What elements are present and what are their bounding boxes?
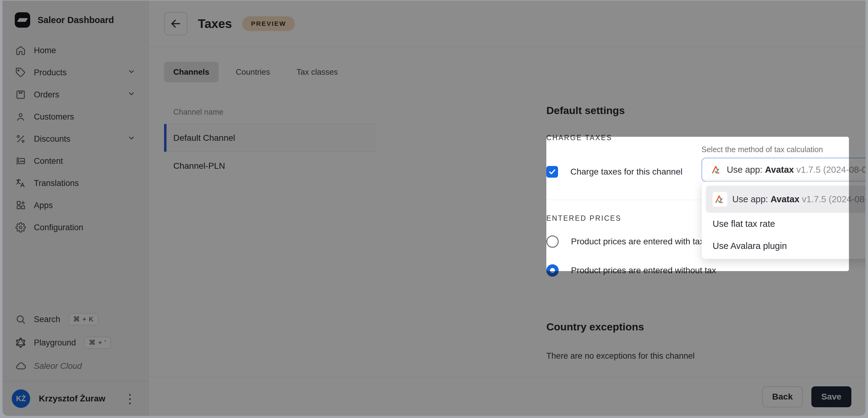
saleor-logo-icon [15, 12, 30, 28]
sidebar-item-label: Content [34, 156, 63, 166]
content-icon [16, 156, 26, 166]
sidebar-item-configuration[interactable]: Configuration [10, 216, 141, 239]
channel-list: Channel name Default Channel Channel-PLN [164, 103, 376, 180]
tab-channels[interactable]: Channels [164, 62, 219, 82]
radio-prices-without-tax-label: Product prices are entered without tax [571, 266, 716, 275]
dropdown-option-avatax[interactable]: Use app: Avatax v1.7.5 (2024-08-05) sale… [706, 186, 866, 213]
graphql-icon [16, 338, 26, 348]
charge-taxes-section-label: CHARGE TAXES [546, 134, 866, 142]
radio-prices-with-tax-label: Product prices are entered with tax [571, 237, 704, 246]
chevron-down-icon[interactable] [127, 134, 135, 144]
sidebar-item-discounts[interactable]: Discounts [10, 128, 141, 150]
exceptions-empty-message: There are no exceptions for this channel [546, 351, 866, 361]
sidebar-item-label: Discounts [34, 134, 70, 144]
sidebar-item-saleor-cloud[interactable]: Saleor Cloud [10, 354, 141, 378]
search-label: Search [34, 315, 60, 324]
sidebar-item-apps[interactable]: Apps [10, 194, 141, 216]
sidebar-item-label: Products [34, 68, 67, 77]
saleor-cloud-label: Saleor Cloud [34, 361, 82, 371]
tag-icon [16, 67, 26, 78]
save-button[interactable]: Save [811, 386, 851, 407]
user-menu[interactable]: KŻ Krzysztof Żuraw ⋮ [2, 381, 148, 416]
playground-shortcut: ⌘ + ' [84, 337, 111, 349]
translations-icon [16, 178, 26, 188]
preview-badge: PREVIEW [242, 16, 294, 31]
channel-column-header: Channel name [164, 103, 376, 124]
footer-bar: Back Save [149, 377, 866, 416]
sidebar-item-products[interactable]: Products [10, 62, 141, 83]
cloud-icon [16, 361, 26, 371]
sidebar-tools: Search ⌘ + K Playground ⌘ + ' Saleor Clo… [2, 308, 148, 381]
sidebar-nav: Home Products Orders Customers Discounts [2, 37, 148, 239]
avatax-icon-chip [713, 192, 727, 207]
channel-row-pln[interactable]: Channel-PLN [164, 152, 376, 180]
dropdown-option-avatax-label: Use app: Avatax v1.7.5 (2024-08-05) [732, 194, 866, 204]
discounts-icon [16, 134, 26, 144]
sidebar-item-label: Translations [34, 179, 79, 188]
avatar: KŻ [12, 389, 30, 408]
tax-method-field: Select the method of tax calculation Use… [702, 145, 866, 184]
sidebar-item-label: Home [34, 46, 56, 55]
sidebar-item-orders[interactable]: Orders [10, 83, 141, 106]
radio-prices-without-tax[interactable] [546, 264, 559, 277]
tab-tax-classes[interactable]: Tax classes [287, 62, 347, 82]
apps-icon [16, 200, 26, 211]
user-name: Krzysztof Żuraw [39, 394, 105, 404]
sidebar-item-label: Apps [34, 201, 53, 210]
sidebar-item-label: Customers [34, 112, 74, 122]
tax-method-dropdown: Use app: Avatax v1.7.5 (2024-08-05) sale… [702, 181, 866, 259]
kebab-menu-icon[interactable]: ⋮ [121, 391, 139, 406]
sidebar-item-playground[interactable]: Playground ⌘ + ' [10, 331, 141, 354]
radio-prices-with-tax[interactable] [546, 236, 559, 248]
avatax-icon [715, 194, 725, 204]
home-icon [16, 45, 26, 56]
gear-icon [16, 222, 26, 233]
sidebar-item-customers[interactable]: Customers [10, 106, 141, 128]
search-shortcut: ⌘ + K [68, 313, 99, 325]
tab-countries[interactable]: Countries [226, 62, 279, 82]
tax-method-label: Select the method of tax calculation [702, 145, 866, 154]
chevron-down-icon[interactable] [127, 90, 135, 100]
footer-back-button[interactable]: Back [762, 386, 803, 407]
tax-method-selected-value: Use app: Avatax v1.7.5 (2024-08-05) [727, 165, 866, 175]
playground-label: Playground [34, 338, 76, 348]
customers-icon [16, 112, 26, 122]
sidebar-item-translations[interactable]: Translations [10, 172, 141, 194]
main-content: Taxes PREVIEW Channels Countries Tax cla… [149, 1, 866, 416]
settings-title: Default settings [546, 104, 866, 116]
sidebar-item-content[interactable]: Content [10, 150, 141, 172]
tax-method-select[interactable]: Use app: Avatax v1.7.5 (2024-08-05) [702, 158, 866, 182]
check-icon [548, 168, 556, 176]
brand: Saleor Dashboard [2, 1, 148, 37]
sidebar-item-search[interactable]: Search ⌘ + K [10, 308, 141, 331]
search-icon [16, 314, 26, 324]
brand-name: Saleor Dashboard [37, 15, 114, 25]
country-exceptions-header: Country exceptions Add country [546, 316, 866, 338]
page-title: Taxes [198, 17, 232, 31]
app-window: Saleor Dashboard Home Products Orders Cu… [2, 1, 866, 416]
chevron-down-icon[interactable] [127, 68, 135, 78]
tab-bar: Channels Countries Tax classes [164, 62, 347, 82]
charge-taxes-label: Charge taxes for this channel [570, 167, 682, 177]
orders-icon [16, 90, 26, 100]
dropdown-option-flat-rate[interactable]: Use flat tax rate [706, 213, 866, 235]
channel-row-default[interactable]: Default Channel [164, 124, 376, 152]
sidebar-item-label: Configuration [34, 223, 84, 232]
dropdown-option-avalara-plugin[interactable]: Use Avalara plugin [706, 235, 866, 257]
sidebar: Saleor Dashboard Home Products Orders Cu… [2, 1, 149, 416]
charge-taxes-checkbox[interactable] [546, 166, 558, 178]
sidebar-item-label: Orders [34, 90, 59, 100]
avatax-icon [711, 165, 722, 175]
sidebar-item-home[interactable]: Home [10, 39, 141, 62]
back-button[interactable] [164, 12, 187, 35]
country-exceptions-title: Country exceptions [546, 321, 644, 333]
settings-panel: Default settings CHARGE TAXES Charge tax… [546, 104, 866, 361]
arrow-left-icon [170, 18, 182, 30]
page-header: Taxes PREVIEW [149, 1, 866, 47]
